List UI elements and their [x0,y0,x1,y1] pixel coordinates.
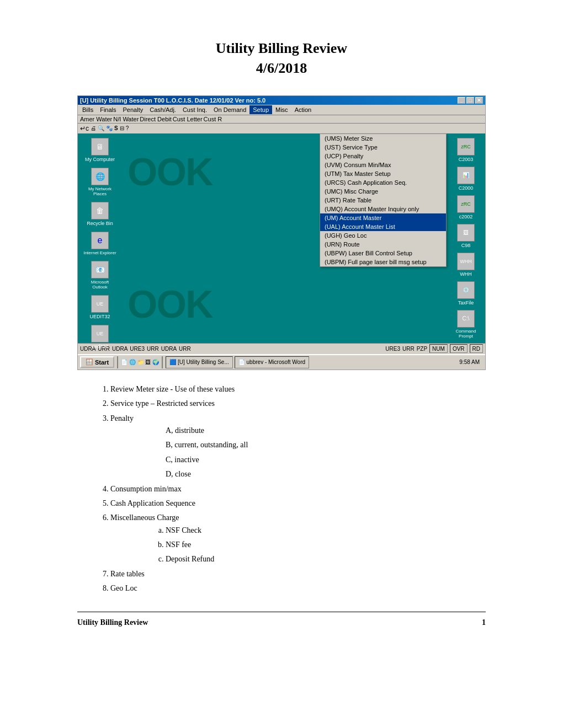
taskbar-utility-billing[interactable]: 🟦 [U] Utility Billing Se... [166,356,233,368]
list-item-3: Penalty A, distribute B, current, outsta… [110,413,486,481]
title-line2: 4/6/2018 [44,58,519,78]
menu-ugh[interactable]: (UGH) Geo Loc [320,231,446,240]
c2003-icon: zRC [457,138,475,156]
taxfile-icon: 💿 [457,281,475,299]
icon-internet-explorer[interactable]: e Internet Explorer [83,232,116,255]
menu-on-demand[interactable]: On Demand [210,105,249,114]
list-item-2: Service type – Restricted services [110,398,486,410]
maximize-button[interactable]: □ [466,97,474,104]
toolbar-cust-letter[interactable]: Cust Letter [173,116,203,122]
taskbar-ms-word[interactable]: 📄 ubbrev - Microsoft Word [235,356,309,368]
menu-uvm[interactable]: (UVM) Consum Min/Max [320,160,446,169]
menu-misc[interactable]: Misc [272,105,291,114]
my-computer-icon: 🖥 [91,138,109,156]
menu-umq[interactable]: (UMQ) Account Master Inquiry only [320,205,446,213]
c98-icon: 🖼 [457,224,475,242]
toolbar-ni-water[interactable]: N/I Water [113,116,139,122]
review-list: Review Meter size - Use of these values … [110,383,486,595]
toolbar-icon-search[interactable]: 🔍 [98,125,104,131]
minimize-button[interactable]: _ [458,97,465,104]
icon-my-network[interactable]: 🌐 My Network Places [83,168,116,196]
my-network-icon: 🌐 [91,168,109,185]
icon-taxfile[interactable]: 💿 TaxFile [449,281,482,306]
icon-uedit32-top[interactable]: UE UEDIT32 [83,295,116,319]
menu-action[interactable]: Action [291,105,315,114]
titlebar-text: [U] Utility Billing Session T00 L.O.C.I.… [80,97,265,104]
menu-ual[interactable]: (UAL) Account Master List [320,222,446,231]
icon-ms-outlook[interactable]: 📧 Microsoft Outlook [83,261,116,290]
icon-uedit32-bottom[interactable]: UE uedit32 [83,325,116,349]
recycle-bin-icon: 🗑 [91,202,109,220]
menu-ums[interactable]: (UMS) Meter Size [320,134,446,143]
menu-ubpw[interactable]: (UBPW) Laser Bill Control Setup [320,249,446,258]
status-urr2: URR [147,346,159,352]
status-pzp: PZP [417,346,427,352]
menu-umc[interactable]: (UMC) Misc Charge [320,187,446,196]
close-button[interactable]: ✕ [475,97,483,104]
content-area: Review Meter size - Use of these values … [77,383,486,629]
menu-urn[interactable]: (URN) Route [320,240,446,249]
status-udra3: UDRA [161,346,177,352]
icon-c2002[interactable]: zRC c2002 [449,195,482,220]
command-prompt-icon: C:\ [457,310,475,328]
icon-c2000[interactable]: 📊 C2000 [449,167,482,191]
menu-penalty[interactable]: Penalty [120,105,147,114]
toolbar-icon-help[interactable]: ? [126,125,129,131]
menu-cust-inq[interactable]: Cust Inq. [179,105,210,114]
menu-setup[interactable]: Setup [249,105,272,114]
toolbar-amer-water[interactable]: Amer Water [80,116,112,122]
penalty-a: A, distribute [166,425,486,437]
c2002-icon: zRC [457,195,475,213]
icon-recycle-bin[interactable]: 🗑 Recycle Bin [83,202,116,226]
internet-explorer-icon: e [91,232,109,249]
toolbar-icon-print[interactable]: 🖨 [91,125,96,131]
misc-charge-sub-list: NSF Check NSF fee Deposit Refund [166,524,486,566]
title-line1: Utility Billing Review [44,39,519,58]
toolbar-icon-box[interactable]: ⊟ [120,125,124,131]
menu-bills[interactable]: Bills [79,105,97,114]
toolbar-icon-s[interactable]: S [114,125,118,131]
desktop-icons-left: 🖥 My Computer 🌐 My Network Places 🗑 Recy… [78,133,122,343]
status-bar: UDRA URR UDRA URE3 URR UDRA URR URE3 URR… [78,343,485,354]
status-num: NUM [429,344,448,353]
status-urr4: URR [402,346,415,352]
toolbar-direct-debit[interactable]: Direct Debit [140,116,171,122]
menu-um[interactable]: (UM) Account Master [320,213,446,222]
menu-urcs[interactable]: (URCS) Cash Application Seq. [320,178,446,187]
icon-c2003[interactable]: zRC C2003 [449,138,482,162]
page-title: Utility Billing Review 4/6/2018 [44,39,519,79]
menu-ust[interactable]: (UST) Service Type [320,143,446,152]
start-button[interactable]: 🪟 Start [80,356,114,368]
menu-ucp[interactable]: (UCP) Penalty [320,152,446,160]
menu-finals[interactable]: Finals [97,105,119,114]
status-urr3: URR [179,346,191,352]
misc-b: NSF fee [166,539,486,551]
taskbar-ub-label: 🟦 [U] Utility Billing Se... [169,359,229,365]
c2000-icon: 📊 [457,167,475,184]
taskbar-separator2 [162,356,163,368]
status-ure3-2: URE3 [385,346,400,352]
whh-icon: WHH [457,253,475,270]
menu-urt[interactable]: (URT) Rate Table [320,196,446,205]
icon-c98[interactable]: 🖼 C98 [449,224,482,248]
taskbar-separator [117,356,118,368]
toolbar-icon-back[interactable]: ↵c [80,125,89,132]
menu-utm[interactable]: (UTM) Tax Master Setup [320,169,446,178]
menu-ubpm[interactable]: (UBPM) Full page laser bill msg setup [320,258,446,266]
menu-cash-adj[interactable]: Cash/Adj. [146,105,179,114]
toolbar-cust-r[interactable]: Cust R [204,116,222,122]
page-footer: Utility Billing Review 1 [77,612,486,629]
icon-command-prompt[interactable]: C:\ Command Prompt [449,310,482,339]
status-rd: RD [470,344,483,353]
status-ure3-1: URE3 [130,346,145,352]
list-item-1: Review Meter size - Use of these values [110,383,486,395]
window-titlebar: [U] Utility Billing Session T00 L.O.C.I.… [78,96,485,105]
list-item-6: Miscellaneous Charge NSF Check NSF fee D… [110,512,486,566]
app-toolbar2: ↵c 🖨 🔍 🐾 S ⊟ ? [78,124,485,133]
penalty-b: B, current, outstanding, all [166,439,486,451]
list-item-5: Cash Application Sequence [110,497,486,510]
icon-whh[interactable]: WHH WHH [449,253,482,277]
icon-my-computer[interactable]: 🖥 My Computer [83,138,116,162]
setup-dropdown-menu: (UMS) Meter Size (UST) Service Type (UCP… [320,133,447,267]
toolbar-icon-paw[interactable]: 🐾 [106,125,113,131]
